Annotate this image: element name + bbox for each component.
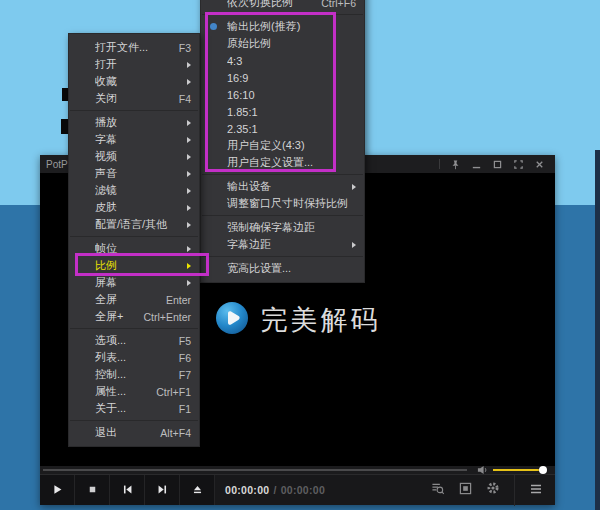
ratio-submenu-item-0[interactable]: 依次切换比例Ctrl+F6 (201, 0, 364, 11)
previous-button[interactable] (110, 475, 145, 505)
context-menu-label: 列表... (95, 350, 171, 365)
ratio-submenu-separator (202, 256, 363, 257)
time-display: 00:00:00 / 00:00:00 (225, 475, 325, 505)
context-menu-item-7[interactable]: 视频 (69, 148, 199, 165)
context-menu-item-13[interactable]: 帧位 (69, 240, 199, 257)
submenu-arrow-icon (187, 280, 191, 286)
panel-icon[interactable] (459, 481, 472, 499)
ratio-submenu-item-3[interactable]: 原始比例 (201, 35, 364, 52)
context-menu-item-10[interactable]: 皮肤 (69, 199, 199, 216)
context-menu-item-22[interactable]: 属性...Ctrl+F1 (69, 383, 199, 400)
ratio-submenu-item-9[interactable]: 用户自定义(4:3) (201, 137, 364, 154)
ratio-submenu-item-18[interactable]: 宽高比设置... (201, 260, 364, 277)
seekbar[interactable] (43, 469, 467, 471)
eject-button[interactable] (180, 475, 215, 505)
context-menu-separator (70, 110, 198, 111)
context-menu-item-8[interactable]: 声音 (69, 165, 199, 182)
submenu-arrow-icon (187, 171, 191, 177)
context-menu-item-21[interactable]: 控制...F7 (69, 366, 199, 383)
ratio-submenu-item-6[interactable]: 16:10 (201, 86, 364, 103)
ratio-submenu-label: 调整窗口尺寸时保持比例 (227, 196, 356, 211)
volume-knob[interactable] (539, 466, 547, 474)
submenu-arrow-icon (187, 62, 191, 68)
hamburger-menu-icon[interactable] (529, 481, 543, 499)
playlist-search-icon[interactable] (431, 481, 445, 499)
context-menu-item-0[interactable]: 打开文件...F3 (69, 39, 199, 56)
submenu-arrow-icon (352, 184, 356, 190)
context-menu-item-19[interactable]: 选项...F5 (69, 332, 199, 349)
context-menu: 打开文件...F3打开收藏关闭F4播放字幕视频声音滤镜皮肤配置/语言/其他帧位比… (68, 33, 200, 447)
logo-play-icon (215, 301, 249, 339)
settings-gear-icon[interactable] (486, 481, 500, 499)
ratio-submenu-item-10[interactable]: 用户自定义设置... (201, 154, 364, 171)
ratio-submenu-item-16[interactable]: 字幕边距 (201, 236, 364, 253)
context-menu-item-2[interactable]: 收藏 (69, 73, 199, 90)
shortcut-label: F3 (179, 42, 191, 54)
context-menu-label: 声音 (95, 166, 179, 181)
volume-slider[interactable] (493, 469, 545, 471)
context-menu-item-11[interactable]: 配置/语言/其他 (69, 216, 199, 233)
context-menu-label: 视频 (95, 149, 179, 164)
context-menu-item-14[interactable]: 比例 (69, 257, 199, 274)
play-button[interactable] (40, 475, 75, 505)
context-menu-label: 选项... (95, 333, 171, 348)
submenu-arrow-icon (187, 154, 191, 160)
shortcut-label: Enter (166, 294, 191, 306)
ratio-submenu-label: 用户自定义(4:3) (227, 138, 356, 153)
ratio-submenu-item-8[interactable]: 2.35:1 (201, 120, 364, 137)
ratio-submenu-item-5[interactable]: 16:9 (201, 69, 364, 86)
ratio-submenu-label: 原始比例 (227, 36, 356, 51)
context-menu-item-1[interactable]: 打开 (69, 56, 199, 73)
context-menu-item-20[interactable]: 列表...F6 (69, 349, 199, 366)
radio-dot (210, 23, 217, 30)
context-menu-item-9[interactable]: 滤镜 (69, 182, 199, 199)
ratio-submenu-item-2[interactable]: 输出比例(推荐) (201, 18, 364, 35)
minimize-icon[interactable] (470, 158, 482, 170)
ratio-submenu-label: 输出设备 (227, 179, 344, 194)
ratio-submenu-label: 用户自定义设置... (227, 155, 356, 170)
shortcut-label: F4 (179, 93, 191, 105)
ratio-submenu-separator (202, 215, 363, 216)
submenu-arrow-icon (187, 222, 191, 228)
context-menu-item-25[interactable]: 退出Alt+F4 (69, 424, 199, 441)
shortcut-label: Ctrl+F1 (156, 386, 191, 398)
context-menu-label: 帧位 (95, 241, 179, 256)
ratio-submenu-label: 依次切换比例 (227, 0, 313, 10)
context-menu-label: 控制... (95, 367, 171, 382)
close-icon[interactable] (533, 158, 545, 170)
maximize-icon[interactable] (491, 158, 503, 170)
ratio-submenu-label: 16:10 (227, 89, 356, 101)
previous-icon (122, 481, 133, 499)
context-menu-item-16[interactable]: 全屏Enter (69, 291, 199, 308)
next-button[interactable] (145, 475, 180, 505)
shortcut-label: F1 (179, 403, 191, 415)
context-menu-item-6[interactable]: 字幕 (69, 131, 199, 148)
submenu-arrow-icon (187, 205, 191, 211)
context-menu-item-17[interactable]: 全屏+Ctrl+Enter (69, 308, 199, 325)
context-menu-item-23[interactable]: 关于...F1 (69, 400, 199, 417)
ratio-submenu-item-7[interactable]: 1.85:1 (201, 103, 364, 120)
ratio-submenu-separator (202, 174, 363, 175)
ratio-submenu-item-13[interactable]: 调整窗口尺寸时保持比例 (201, 195, 364, 212)
context-menu-label: 皮肤 (95, 200, 179, 215)
context-menu-label: 配置/语言/其他 (95, 217, 179, 232)
pin-icon[interactable] (449, 158, 461, 170)
volume-fill (493, 469, 543, 471)
ratio-submenu-item-4[interactable]: 4:3 (201, 52, 364, 69)
context-menu-item-15[interactable]: 屏幕 (69, 274, 199, 291)
player-logo: 完美解码 (215, 301, 381, 339)
context-menu-label: 播放 (95, 115, 179, 130)
ratio-submenu-item-12[interactable]: 输出设备 (201, 178, 364, 195)
context-menu-item-5[interactable]: 播放 (69, 114, 199, 131)
context-menu-item-3[interactable]: 关闭F4 (69, 90, 199, 107)
window-title: PotPl (40, 159, 70, 170)
control-divider (514, 475, 515, 506)
stop-button[interactable] (75, 475, 110, 505)
ratio-submenu-item-15[interactable]: 强制确保字幕边距 (201, 219, 364, 236)
ratio-submenu-label: 字幕边距 (227, 237, 344, 252)
shortcut-label: F6 (179, 352, 191, 364)
submenu-arrow-icon (187, 246, 191, 252)
fullscreen-icon[interactable] (512, 158, 524, 170)
context-menu-label: 全屏 (95, 292, 158, 307)
shortcut-label: F5 (179, 335, 191, 347)
